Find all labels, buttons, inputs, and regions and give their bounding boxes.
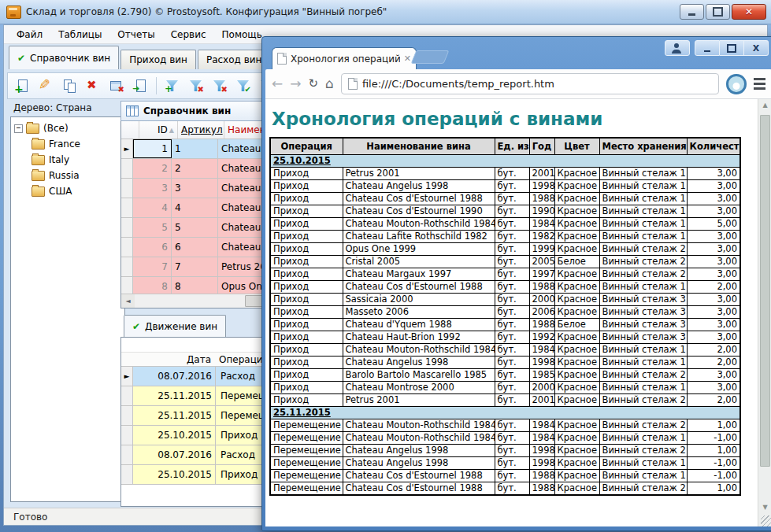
tree-item[interactable]: Russia [14, 168, 124, 183]
url-text: file:///C:/Documents/temp_report.htm [362, 78, 554, 90]
filter-apply-button[interactable] [234, 76, 253, 95]
cell: Barolo Bartolo Mascarello 1985 [343, 369, 495, 382]
copy-record-button[interactable] [60, 76, 79, 95]
tree-item[interactable]: США [14, 183, 124, 199]
browser-minimize-button[interactable] [695, 40, 720, 56]
column-header: Год [529, 138, 554, 155]
vscroll-thumb[interactable] [760, 115, 770, 467]
column-header-art[interactable]: Артикул [178, 121, 224, 139]
cell: Винный стелаж 2 [599, 445, 687, 457]
cell: 3,00 [687, 168, 740, 180]
cell: Chateau Margaux 1997 [343, 268, 495, 281]
table-row: ПриходChateau Mouton-Rothschild 1984бут.… [270, 344, 740, 357]
browser-tab-strip[interactable]: Хронология операций с ✕ X [265, 37, 771, 69]
column-header-date[interactable]: Дата [132, 354, 214, 365]
tab-1[interactable]: ✔Справочник вин [9, 46, 119, 69]
cell: Винный стелаж 1 [599, 168, 687, 180]
cell: Chateau Cos d'Estournel 1990 [343, 205, 495, 218]
cell-art: 3 [172, 179, 218, 198]
cell: Приход [270, 193, 343, 205]
filter-delete-button[interactable] [210, 76, 229, 95]
tab-3[interactable]: Расход вин [198, 50, 270, 69]
browser-vscrollbar[interactable]: ▲ ▼ [758, 99, 771, 526]
reload-icon[interactable]: ↻ [309, 78, 319, 90]
resize-grip[interactable] [761, 515, 771, 526]
check-icon: ✔ [17, 53, 25, 64]
maximize-button[interactable] [706, 4, 730, 20]
cell: Chateau Cos d'Estournel 1988 [343, 482, 495, 496]
collapse-icon[interactable]: − [14, 124, 23, 133]
browser-tab[interactable]: Хронология операций с ✕ [272, 47, 417, 69]
droplet-logo-icon[interactable] [726, 74, 747, 94]
cell: 3,00 [687, 231, 740, 243]
browser-window-controls: X [665, 40, 769, 56]
menu-icon[interactable] [754, 78, 765, 90]
column-header-id[interactable]: ID▲ [139, 121, 178, 139]
cell: 1998 [529, 457, 554, 470]
new-tab-button[interactable] [411, 50, 450, 64]
page-icon [277, 53, 287, 65]
tab-label: Справочник вин [30, 53, 110, 64]
profile-button[interactable] [665, 40, 690, 56]
scroll-left-icon[interactable]: ◄ [121, 294, 135, 308]
add-record-icon [14, 78, 30, 94]
cell: бут. [495, 168, 529, 180]
cell-art: 5 [172, 218, 218, 237]
filter-clear-button[interactable] [187, 76, 206, 95]
menu-item[interactable]: Таблицы [50, 28, 109, 42]
browser-maximize-button[interactable] [720, 40, 744, 56]
cell: Красное [554, 168, 599, 180]
tree-item-root[interactable]: −(Все) [14, 120, 124, 136]
tab-movement[interactable]: ✔ Движение вин [124, 315, 226, 337]
cell: Красное [554, 218, 599, 231]
menu-item[interactable]: Сервис [163, 28, 214, 42]
browser-window: Хронология операций с ✕ X ← → ↻ ⌂ file:/… [261, 36, 771, 531]
menu-item[interactable]: Файл [9, 28, 50, 42]
tab-label: Приход вин [129, 54, 187, 65]
cell-date: 25.10.2015 [133, 426, 216, 445]
delete-record-button[interactable] [83, 76, 102, 95]
menu-item[interactable]: Отчеты [109, 28, 162, 42]
column-header: Количество [687, 138, 740, 155]
edit-record-button[interactable] [36, 76, 55, 95]
table-row: ПриходMasseto 2006бут.2006КрасноеВинный … [270, 306, 740, 319]
tab-close-icon[interactable]: ✕ [404, 54, 411, 64]
address-bar[interactable]: file:///C:/Documents/temp_report.htm [341, 73, 719, 94]
cell: Красное [554, 419, 599, 432]
cell: Красное [554, 193, 599, 205]
cell: 2,00 [687, 344, 740, 357]
add-record-button[interactable] [13, 76, 32, 95]
browser-close-button[interactable]: X [744, 40, 769, 56]
close-button[interactable]: ✕ [732, 4, 766, 20]
cell: 3,00 [687, 306, 740, 319]
cell-art: 6 [172, 238, 218, 257]
forward-icon[interactable]: → [290, 77, 301, 91]
tree-item[interactable]: France [14, 136, 124, 152]
filter-add-button[interactable] [163, 76, 182, 95]
cell: -1,00 [687, 432, 740, 445]
row-selector [121, 406, 133, 425]
minimize-icon [688, 13, 695, 16]
back-icon[interactable]: ← [272, 77, 283, 91]
page-icon [348, 78, 358, 90]
tree-item[interactable]: Italy [14, 152, 124, 168]
delete-table-row-button[interactable] [107, 76, 126, 95]
screen: Склад и торговля (2.790) © Prostoysoft. … [0, 0, 771, 532]
row-selector [121, 218, 133, 237]
row-selector [121, 386, 133, 405]
scroll-up-icon[interactable]: ▲ [758, 102, 771, 109]
app-titlebar[interactable]: Склад и торговля (2.790) © Prostoysoft. … [0, 0, 771, 24]
cell: Перемещение в [270, 482, 343, 496]
cell: Белое [554, 319, 599, 331]
tab-2[interactable]: Приход вин [120, 50, 196, 69]
tree-item-label: Italy [49, 154, 69, 165]
cell: Приход [270, 168, 343, 180]
scroll-down-icon[interactable]: ▼ [758, 504, 771, 511]
cell-id: 5 [133, 218, 172, 237]
export-record-button[interactable] [131, 76, 150, 95]
table-row: ПриходCristal 2005бут.2005БелоеВинный ст… [270, 256, 740, 268]
table-row: ПриходChateau d'Yquem 1988бут.1988БелоеВ… [270, 319, 740, 331]
home-icon[interactable]: ⌂ [325, 77, 334, 91]
cell: бут. [495, 193, 529, 205]
minimize-button[interactable] [680, 4, 704, 20]
